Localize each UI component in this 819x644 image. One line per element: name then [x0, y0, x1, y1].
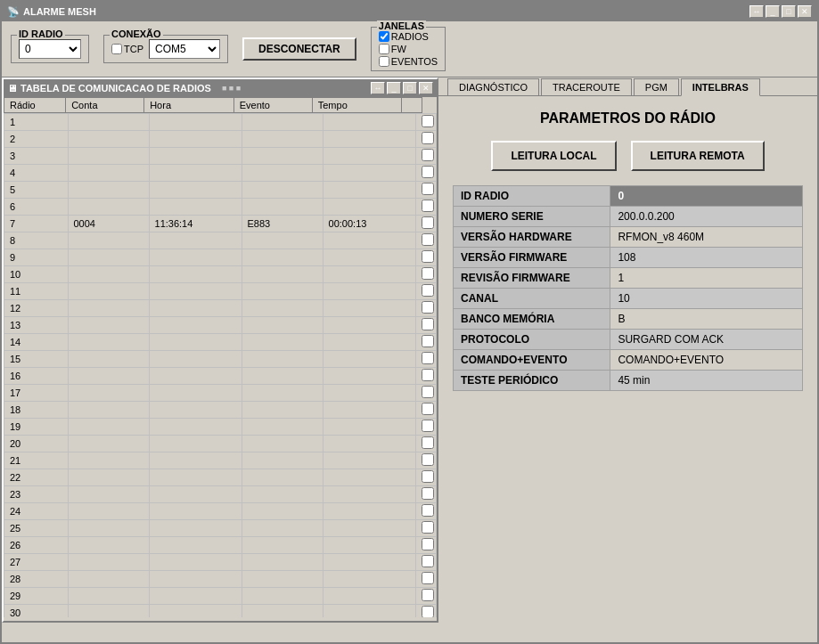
radios-checkbox[interactable]: [379, 31, 389, 42]
row-checkbox[interactable]: [422, 284, 434, 297]
cell-conta: [68, 402, 149, 419]
tabela-close-button[interactable]: ✕: [419, 82, 433, 94]
row-checkbox[interactable]: [422, 453, 434, 466]
fw-checkbox-label[interactable]: FW: [379, 44, 438, 54]
cell-evento: [242, 469, 323, 486]
cell-checkbox[interactable]: [415, 131, 436, 148]
row-checkbox[interactable]: [422, 149, 434, 161]
id-radio-select[interactable]: 0: [19, 39, 81, 59]
cell-checkbox[interactable]: [415, 419, 436, 436]
row-checkbox[interactable]: [422, 352, 434, 364]
row-checkbox[interactable]: [422, 589, 434, 601]
tab-traceroute[interactable]: TRACEROUTE: [541, 78, 632, 95]
cell-checkbox[interactable]: [415, 334, 436, 351]
cell-checkbox[interactable]: [415, 554, 436, 571]
cell-checkbox[interactable]: [415, 469, 436, 486]
row-checkbox[interactable]: [422, 521, 434, 534]
row-checkbox[interactable]: [422, 403, 434, 415]
cell-checkbox[interactable]: [415, 605, 436, 618]
fw-checkbox[interactable]: [379, 44, 389, 54]
row-checkbox[interactable]: [422, 504, 434, 517]
cell-hora: [149, 114, 242, 131]
cell-checkbox[interactable]: [415, 182, 436, 199]
row-checkbox[interactable]: [422, 267, 434, 280]
row-checkbox[interactable]: [422, 487, 434, 500]
maximize-button[interactable]: □: [782, 5, 796, 18]
tcp-checkbox-label[interactable]: TCP: [111, 44, 143, 54]
leitura-remota-button[interactable]: LEITURA REMOTA: [631, 141, 765, 171]
tab-diagnostico[interactable]: DIAGNÓSTICO: [447, 78, 539, 95]
cell-checkbox[interactable]: [415, 503, 436, 520]
tabela-minimize-button[interactable]: _: [387, 82, 401, 94]
restore-button[interactable]: ↔: [749, 5, 764, 18]
cell-conta: [68, 554, 149, 571]
disconnect-button[interactable]: DESCONECTAR: [242, 37, 356, 61]
tab-pgm[interactable]: PGM: [634, 78, 679, 95]
row-checkbox[interactable]: [422, 606, 434, 617]
cell-checkbox[interactable]: [415, 232, 436, 249]
tcp-checkbox[interactable]: [111, 44, 122, 54]
row-checkbox[interactable]: [422, 301, 434, 314]
cell-checkbox[interactable]: [415, 368, 436, 385]
cell-evento: [242, 300, 323, 317]
row-checkbox[interactable]: [422, 470, 434, 483]
row-checkbox[interactable]: [422, 132, 434, 144]
row-checkbox[interactable]: [422, 369, 434, 381]
row-checkbox[interactable]: [422, 250, 434, 263]
row-checkbox[interactable]: [422, 436, 434, 449]
cell-checkbox[interactable]: [415, 199, 436, 216]
janelas-label: JANELAS: [377, 20, 426, 31]
minimize-button[interactable]: _: [766, 5, 780, 18]
cell-checkbox[interactable]: [415, 165, 436, 182]
row-checkbox[interactable]: [422, 166, 434, 178]
com-select[interactable]: COM5: [149, 39, 220, 59]
eventos-checkbox[interactable]: [379, 56, 389, 67]
row-checkbox[interactable]: [422, 200, 434, 212]
row-checkbox[interactable]: [422, 183, 434, 195]
tab-intelbras[interactable]: INTELBRAS: [681, 78, 760, 96]
table-row: 17: [4, 385, 437, 402]
cell-checkbox[interactable]: [415, 317, 436, 334]
cell-checkbox[interactable]: [415, 300, 436, 317]
table-row: 14: [4, 334, 437, 351]
row-checkbox[interactable]: [422, 318, 434, 330]
cell-checkbox[interactable]: [415, 402, 436, 419]
cell-checkbox[interactable]: [415, 114, 436, 131]
cell-checkbox[interactable]: [415, 571, 436, 588]
param-value: SURGARD COM ACK: [610, 330, 803, 350]
cell-checkbox[interactable]: [415, 385, 436, 402]
row-checkbox[interactable]: [422, 538, 434, 550]
cell-hora: [149, 436, 242, 452]
col-conta: Conta: [66, 98, 144, 113]
row-checkbox[interactable]: [422, 386, 434, 398]
radios-checkbox-label[interactable]: RADIOS: [379, 31, 438, 42]
cell-checkbox[interactable]: [415, 486, 436, 503]
cell-checkbox[interactable]: [415, 148, 436, 165]
cell-checkbox[interactable]: [415, 266, 436, 283]
cell-checkbox[interactable]: [415, 216, 436, 232]
cell-checkbox[interactable]: [415, 249, 436, 266]
cell-hora: [149, 419, 242, 436]
close-button[interactable]: ✕: [798, 5, 812, 18]
tabela-subtitle-extra: ■ ■ ■: [222, 84, 241, 93]
table-scroll-area[interactable]: 1 2 3 4 5: [4, 113, 437, 617]
cell-checkbox[interactable]: [415, 436, 436, 452]
tabela-maximize-button[interactable]: □: [403, 82, 417, 94]
eventos-checkbox-label[interactable]: EVENTOS: [379, 56, 438, 67]
row-checkbox[interactable]: [422, 233, 434, 246]
param-row: TESTE PERIÓDICO45 min: [454, 371, 803, 391]
row-checkbox[interactable]: [422, 572, 434, 584]
cell-checkbox[interactable]: [415, 351, 436, 368]
tabela-restore-button[interactable]: ↔: [371, 82, 385, 94]
row-checkbox[interactable]: [422, 216, 434, 229]
cell-checkbox[interactable]: [415, 588, 436, 605]
cell-checkbox[interactable]: [415, 537, 436, 554]
cell-checkbox[interactable]: [415, 520, 436, 537]
row-checkbox[interactable]: [422, 420, 434, 432]
row-checkbox[interactable]: [422, 115, 434, 127]
leitura-local-button[interactable]: LEITURA LOCAL: [491, 141, 616, 171]
cell-checkbox[interactable]: [415, 452, 436, 469]
row-checkbox[interactable]: [422, 555, 434, 567]
cell-checkbox[interactable]: [415, 283, 436, 300]
row-checkbox[interactable]: [422, 335, 434, 347]
